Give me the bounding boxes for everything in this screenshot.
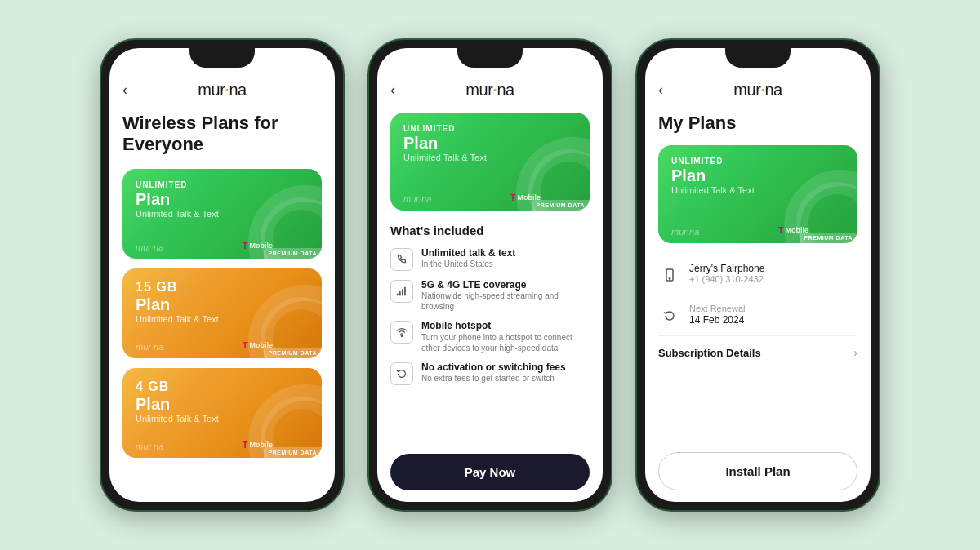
feature-talk-text-info: Unlimited talk & text In the United Stat… xyxy=(421,247,515,269)
device-name: Jerry's Fairphone xyxy=(689,263,764,274)
feature-talk-desc: In the United States xyxy=(421,259,515,269)
wifi-icon xyxy=(390,321,413,344)
phone-1-notch xyxy=(189,48,255,68)
renewal-info-row: Next Renewal 14 Feb 2024 xyxy=(658,295,858,336)
back-button-2[interactable]: ‹ xyxy=(390,82,395,99)
4gb-plan-card[interactable]: 4 GB Plan Unlimited Talk & Text T Mobile… xyxy=(122,368,322,458)
phone-1-header: ‹ mur·na xyxy=(122,81,322,100)
svg-point-6 xyxy=(669,278,670,279)
feature-hotspot: Mobile hotspot Turn your phone into a ho… xyxy=(390,320,590,353)
feature-talk-title: Unlimited talk & text xyxy=(421,247,515,259)
logo: mur·na xyxy=(198,81,246,100)
murena-watermark-2: mur·na xyxy=(136,342,163,352)
feature-no-fees: No activation or switching fees No extra… xyxy=(390,361,590,385)
device-icon xyxy=(658,264,681,286)
renewal-icon xyxy=(658,304,681,327)
renewal-details: Next Renewal 14 Feb 2024 xyxy=(689,304,745,326)
my-plan-card: UNLIMITED Plan Unlimited Talk & Text T M… xyxy=(658,145,858,243)
back-button[interactable]: ‹ xyxy=(122,82,127,99)
phone-3-content: ‹ mur·na My Plans UNLIMITED Plan Unlimit… xyxy=(645,48,871,502)
unlimited-plan-card[interactable]: UNLIMITED Plan Unlimited Talk & Text T M… xyxy=(122,169,322,259)
premium-badge-3: PREMIUM DATA xyxy=(264,447,322,458)
phone-1-screen: ‹ mur·na Wireless Plans for Everyone UNL… xyxy=(109,48,335,502)
svg-rect-1 xyxy=(399,291,401,295)
feature-5g-info: 5G & 4G LTE coverage Nationwide high-spe… xyxy=(421,279,590,312)
premium-badge-1: PREMIUM DATA xyxy=(264,248,322,259)
premium-badge-2: PREMIUM DATA xyxy=(264,348,322,358)
back-button-3[interactable]: ‹ xyxy=(658,82,663,99)
feature-hotspot-title: Mobile hotspot xyxy=(421,320,590,331)
premium-badge-mp: PREMIUM DATA xyxy=(800,233,858,243)
feature-no-fees-info: No activation or switching fees No extra… xyxy=(421,361,566,384)
feature-hotspot-info: Mobile hotspot Turn your phone into a ho… xyxy=(421,320,590,353)
chevron-right-icon: › xyxy=(853,346,858,359)
my-plans-title: My Plans xyxy=(658,113,858,134)
murena-watermark-mp: mur·na xyxy=(671,227,699,237)
murena-watermark-3: mur·na xyxy=(136,441,163,451)
feature-talk-text: Unlimited talk & text In the United Stat… xyxy=(390,247,590,271)
device-details: Jerry's Fairphone +1 (940) 310-2432 xyxy=(689,263,764,286)
page-title: Wireless Plans for Everyone xyxy=(122,113,322,156)
phone-1: ‹ mur·na Wireless Plans for Everyone UNL… xyxy=(100,38,345,512)
device-info-row: Jerry's Fairphone +1 (940) 310-2432 xyxy=(658,255,858,295)
phone-2-notch xyxy=(457,48,523,68)
phone-2: ‹ mur·na UNLIMITED Plan Unlimited Talk &… xyxy=(368,38,612,512)
phone-2-screen: ‹ mur·na UNLIMITED Plan Unlimited Talk &… xyxy=(377,48,603,502)
logo-3: mur·na xyxy=(733,81,782,100)
feature-hotspot-desc: Turn your phone into a hotspot to connec… xyxy=(421,332,590,353)
feature-5g: 5G & 4G LTE coverage Nationwide high-spe… xyxy=(390,279,590,312)
phone-3: ‹ mur·na My Plans UNLIMITED Plan Unlimit… xyxy=(635,38,880,512)
plan-detail-card: UNLIMITED Plan Unlimited Talk & Text T M… xyxy=(390,113,590,211)
feature-5g-title: 5G & 4G LTE coverage xyxy=(421,279,590,291)
phone-3-notch xyxy=(725,48,791,68)
install-plan-button[interactable]: Install Plan xyxy=(658,452,858,490)
feature-no-fees-desc: No extra fees to get started or switch xyxy=(421,373,566,384)
phone-3-screen: ‹ mur·na My Plans UNLIMITED Plan Unlimit… xyxy=(645,48,871,502)
murena-watermark-1: mur·na xyxy=(136,242,163,252)
premium-badge-d: PREMIUM DATA xyxy=(532,200,590,211)
phone-1-content: ‹ mur·na Wireless Plans for Everyone UNL… xyxy=(109,48,335,502)
renewal-value: 14 Feb 2024 xyxy=(689,314,745,326)
svg-rect-0 xyxy=(397,294,399,296)
renewal-label: Next Renewal xyxy=(689,304,745,314)
phone-icon xyxy=(390,248,413,271)
phone-2-content: ‹ mur·na UNLIMITED Plan Unlimited Talk &… xyxy=(377,48,603,502)
feature-no-fees-title: No activation or switching fees xyxy=(421,361,566,373)
phone-2-header: ‹ mur·na xyxy=(390,81,590,100)
whats-included-title: What's included xyxy=(390,224,590,237)
subscription-label: Subscription Details xyxy=(658,347,761,359)
signal-icon xyxy=(390,280,413,303)
svg-rect-3 xyxy=(404,287,406,296)
subscription-details-row[interactable]: Subscription Details › xyxy=(658,336,858,369)
logo-dot: · xyxy=(225,81,229,99)
pay-now-button[interactable]: Pay Now xyxy=(390,454,590,490)
refresh-icon xyxy=(390,362,413,385)
murena-watermark-d: mur·na xyxy=(403,194,431,204)
svg-point-4 xyxy=(401,336,402,337)
svg-rect-2 xyxy=(402,289,403,295)
phones-container: ‹ mur·na Wireless Plans for Everyone UNL… xyxy=(100,38,880,512)
15gb-plan-card[interactable]: 15 GB Plan Unlimited Talk & Text T Mobil… xyxy=(122,268,322,358)
feature-5g-desc: Nationwide high-speed streaming and brow… xyxy=(421,291,590,312)
device-number: +1 (940) 310-2432 xyxy=(689,274,764,285)
phone-3-header: ‹ mur·na xyxy=(658,81,858,100)
logo-2: mur·na xyxy=(466,81,514,100)
